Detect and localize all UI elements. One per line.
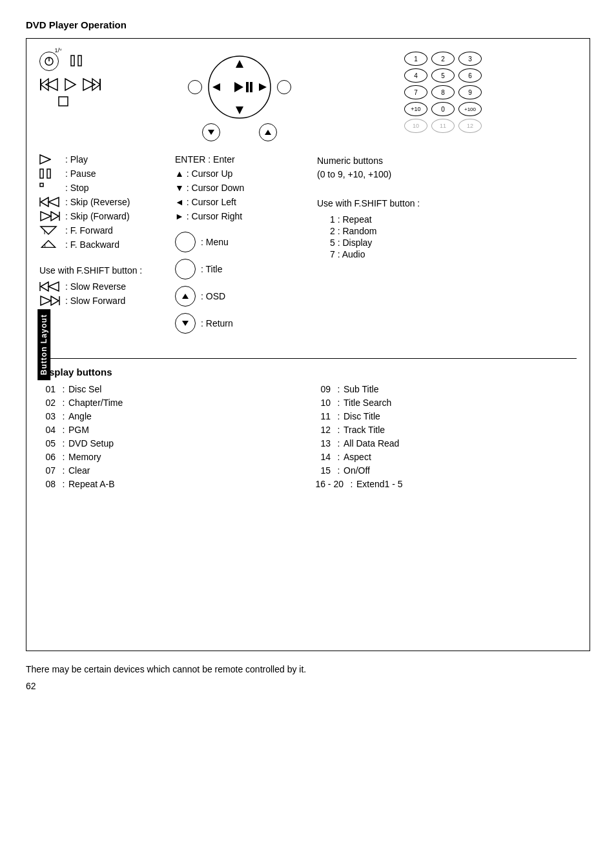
osd-desc: : OSD <box>175 286 311 307</box>
svg-marker-25 <box>48 197 59 207</box>
top-row1: 1/ᵘ <box>39 52 169 71</box>
icons-col1: 1/ᵘ <box>39 52 169 109</box>
play-label: : Play <box>65 154 88 165</box>
display-name-07: Clear <box>68 465 302 476</box>
desc-stop: : Stop <box>39 183 169 193</box>
num-4: 4 <box>404 68 427 83</box>
f-forward-label: : F. Forward <box>65 225 113 236</box>
svg-rect-3 <box>78 56 81 66</box>
dpad-right-circle <box>277 80 291 94</box>
svg-marker-14 <box>236 106 243 114</box>
top-row2 <box>39 77 169 92</box>
display-row-15: 15 : On/Off <box>314 465 577 476</box>
power-icon: 1/ᵘ <box>39 52 59 71</box>
display-row-10: 10 : Title Search <box>314 398 577 408</box>
title-circle-icon <box>175 259 196 279</box>
num-9: 9 <box>458 85 482 99</box>
display-row-02: 02 : Chapter/Time <box>39 398 302 408</box>
display-name-03: Angle <box>68 411 302 421</box>
dpad-left-circle <box>188 80 202 94</box>
display-row-03: 03 : Angle <box>39 411 302 421</box>
num-7: 7 <box>404 85 427 99</box>
fshift-item-7: 7 : Audio <box>330 249 577 259</box>
menu-label: : Menu <box>201 237 229 247</box>
icons-col3: 1 2 3 4 5 6 7 8 9 +10 0 +100 10 11 12 <box>311 52 577 133</box>
display-buttons-title: Display buttons <box>39 367 577 378</box>
desc-pause: : Pause <box>39 168 169 179</box>
desc-col1: : Play : Pause : Stop <box>39 154 169 340</box>
svg-marker-6 <box>41 79 48 90</box>
numeric-label: Numeric buttons (0 to 9, +10, +100) <box>317 154 577 181</box>
play-icon <box>39 154 51 165</box>
osd-label: : OSD <box>201 291 225 301</box>
display-row-01: 01 : Disc Sel <box>39 384 302 394</box>
display-name-15: On/Off <box>344 465 577 476</box>
stop-label: : Stop <box>65 183 89 193</box>
slow-fwd-icon <box>39 296 60 306</box>
num-2: 2 <box>431 52 455 66</box>
cursor-up-label: ▲ : Cursor Up <box>175 168 232 179</box>
pause-icon <box>39 168 51 179</box>
desc-skip-rev: : Skip (Reverse) <box>39 197 169 207</box>
display-name-12: Track Title <box>344 425 577 435</box>
display-name-05: DVD Setup <box>68 438 302 449</box>
numeric-grid: 1 2 3 4 5 6 7 8 9 +10 0 +100 10 11 12 <box>404 52 483 133</box>
svg-rect-11 <box>59 97 68 106</box>
slow-fwd-label: : Slow Forward <box>65 296 125 306</box>
cursor-down-label: ▼ : Cursor Down <box>175 183 244 193</box>
fshift-col3-list: 1 : Repeat 2 : Random 5 : Display 7 : Au… <box>317 214 577 259</box>
play-icon-top <box>64 77 77 92</box>
pause-icon-top <box>69 54 83 70</box>
stop-icon <box>39 183 50 193</box>
f-backward-label: : F. Backward <box>65 239 119 250</box>
desc-f-forward: : F. Forward <box>39 225 169 236</box>
svg-marker-10 <box>92 79 100 90</box>
pause-label: : Pause <box>65 168 96 179</box>
svg-marker-35 <box>48 282 59 291</box>
display-row-07: 07 : Clear <box>39 465 302 476</box>
desc-slow-fwd: : Slow Forward <box>39 296 169 306</box>
display-row-04: 04 : PGM <box>39 425 302 435</box>
display-name-14: Aspect <box>344 452 577 462</box>
display-buttons-cols: 01 : Disc Sel 02 : Chapter/Time 03 : Ang… <box>39 384 577 492</box>
display-row-09: 09 : Sub Title <box>314 384 577 394</box>
dpad-bottom-right-circle <box>259 123 277 141</box>
desc-col3: Numeric buttons (0 to 9, +10, +100) Use … <box>311 154 577 340</box>
svg-marker-5 <box>46 79 57 90</box>
dpad <box>207 55 272 119</box>
desc-col2: ENTER : Enter ▲ : Cursor Up ▼ : Cursor D… <box>169 154 311 340</box>
cursor-down-desc: ▼ : Cursor Down <box>175 183 311 193</box>
svg-marker-28 <box>41 212 51 221</box>
fshift-col1-label: Use with F.SHIFT button : <box>39 264 169 278</box>
sidebar-label: Button Layout <box>37 309 50 380</box>
desc-skip-fwd: : Skip (Forward) <box>39 211 169 221</box>
fshift-item-1: 1 : Repeat <box>330 214 577 225</box>
display-name-16-20: Extend1 - 5 <box>356 479 577 489</box>
num-plus10: +10 <box>404 102 427 116</box>
footer-note: There may be certain devices which canno… <box>26 664 590 674</box>
slow-rev-label: : Slow Reverse <box>65 281 126 292</box>
num-12: 12 <box>458 119 482 133</box>
return-desc: : Return <box>175 313 311 334</box>
desc-f-backward: : F. Backward <box>39 239 169 250</box>
svg-marker-38 <box>41 296 51 305</box>
top-row3 <box>57 96 169 109</box>
display-row-11: 11 : Disc Title <box>314 411 577 421</box>
display-row-12: 12 : Track Title <box>314 425 577 435</box>
menu-desc: : Menu <box>175 232 311 252</box>
display-row-16-20: 16 - 20 : Extend1 - 5 <box>314 479 577 489</box>
slow-rev-icon <box>39 281 60 292</box>
display-name-11: Disc Title <box>344 411 577 421</box>
fshift-item-5: 5 : Display <box>330 237 577 248</box>
enter-desc: ENTER : Enter <box>175 154 311 165</box>
skip-rev-icon <box>39 197 60 207</box>
skip-rev-icon-top <box>39 77 59 92</box>
enter-label: ENTER : Enter <box>175 154 235 165</box>
page-title: DVD Player Operation <box>26 19 590 30</box>
icons-area: 1/ᵘ <box>39 52 577 141</box>
desc-slow-rev: : Slow Reverse <box>39 281 169 292</box>
svg-rect-22 <box>47 169 50 178</box>
svg-marker-16 <box>259 83 267 91</box>
svg-marker-17 <box>234 82 243 92</box>
skip-fwd-label: : Skip (Forward) <box>65 211 130 221</box>
